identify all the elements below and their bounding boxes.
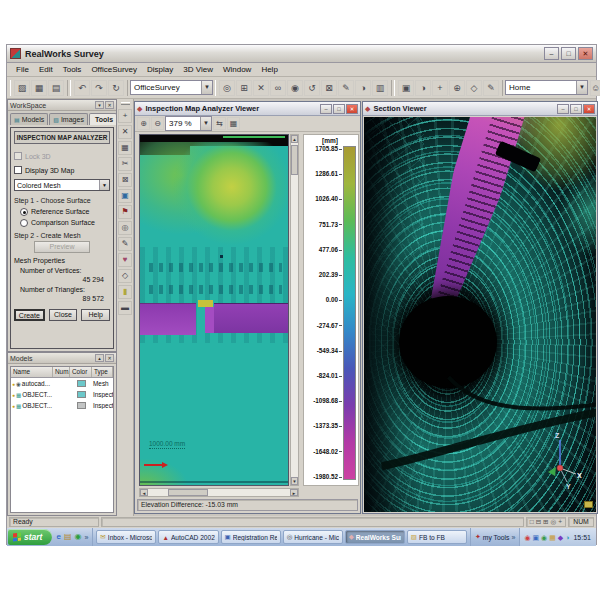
zoom-out-icon[interactable]: ⊖	[151, 117, 164, 130]
cursor-icon[interactable]: +	[558, 518, 562, 526]
balloon-icon[interactable]: ♥	[118, 253, 132, 267]
user-icon[interactable]: ☺	[590, 80, 600, 96]
table-row[interactable]: ●▦OBJECT... Inspectio...	[11, 389, 113, 400]
rotate-icon[interactable]: ↺	[304, 80, 320, 96]
minimize-button[interactable]: –	[557, 104, 569, 114]
horizontal-scrollbar[interactable]: ◄ ►	[139, 488, 299, 497]
home-combobox[interactable]: Home ▼	[505, 80, 588, 95]
scroll-down-icon[interactable]: ▼	[291, 477, 298, 485]
folder-icon[interactable]: ▤	[64, 533, 72, 541]
fit-icon[interactable]: ⊠	[321, 80, 337, 96]
maximize-button[interactable]: □	[570, 104, 582, 114]
plug-icon[interactable]: ▬	[118, 301, 132, 315]
display-tray-icon[interactable]: ◆	[558, 534, 563, 541]
menu-item[interactable]: Window	[218, 64, 256, 75]
radio-icon[interactable]	[20, 208, 28, 216]
column-header-name[interactable]: Name	[11, 367, 53, 377]
pan-view-icon[interactable]: +	[432, 80, 448, 96]
task-button[interactable]: ▣ Registration Rep...	[221, 530, 281, 544]
cut-icon[interactable]: ✂	[118, 157, 132, 171]
orbit-icon[interactable]: ◑	[415, 80, 431, 96]
prism-icon[interactable]: ◇	[118, 269, 132, 283]
scrollbar-thumb[interactable]	[168, 489, 208, 496]
sphere-icon[interactable]: ◉	[287, 80, 303, 96]
visibility-bulb-icon[interactable]: ●	[12, 392, 15, 398]
panel-caption-button[interactable]: ▾	[95, 101, 104, 109]
comparison-surface-radio-row[interactable]: Comparison Surface	[20, 217, 110, 228]
menu-item[interactable]: Help	[256, 64, 282, 75]
menu-item[interactable]: Edit	[34, 64, 58, 75]
task-button[interactable]: ▨ FB to FB	[407, 530, 467, 544]
close-panel-button[interactable]: Close	[49, 309, 78, 321]
task-button[interactable]: ◆ RealWorks Survey	[345, 530, 405, 544]
panel-caption-button[interactable]: ✕	[105, 101, 114, 109]
checkbox-icon[interactable]	[14, 152, 22, 160]
fence-icon[interactable]: ✕	[118, 125, 132, 139]
chevron-down-icon[interactable]: ▼	[200, 117, 211, 130]
player-icon[interactable]: ◉	[74, 533, 81, 541]
open-icon[interactable]: ▨	[14, 80, 30, 96]
menu-item[interactable]: File	[11, 64, 34, 75]
scroll-right-icon[interactable]: ►	[290, 489, 298, 496]
column-header-type[interactable]: Type	[92, 367, 113, 377]
target-icon[interactable]: ◎	[118, 221, 132, 235]
radio-icon[interactable]	[20, 219, 28, 227]
edit-icon[interactable]: ✎	[338, 80, 354, 96]
antivirus-tray-icon[interactable]: ◉	[524, 534, 530, 541]
cylinder-icon[interactable]: ▮	[118, 285, 132, 299]
column-header-color[interactable]: Color	[70, 367, 92, 377]
task-button[interactable]: ▲ AutoCAD 2002	[158, 530, 218, 544]
flag-icon[interactable]: ⚑	[118, 205, 132, 219]
table-row[interactable]: ●▦OBJECT... Inspectio...	[11, 400, 113, 411]
display-3d-map-checkbox-row[interactable]: Display 3D Map	[14, 164, 110, 176]
menu-item[interactable]: OfficeSurvey	[86, 64, 142, 75]
lens-icon[interactable]: ◎	[551, 518, 557, 526]
zoom-view-icon[interactable]: ⊕	[449, 80, 465, 96]
my-tools-label[interactable]: my Tools	[483, 534, 510, 541]
workspace-tab[interactable]: ▧ Images	[49, 113, 88, 125]
close-button[interactable]: ✕	[346, 104, 358, 114]
chevron-more-icon[interactable]: »	[84, 534, 88, 541]
target-icon[interactable]: ◎	[219, 80, 235, 96]
close-button[interactable]: ✕	[583, 104, 595, 114]
pane-icon[interactable]: □	[530, 518, 534, 526]
zoom-in-icon[interactable]: ⊕	[137, 117, 150, 130]
zoom-combobox[interactable]: 379 % ▼	[165, 116, 212, 131]
lock-3d-checkbox-row[interactable]: Lock 3D	[14, 150, 110, 162]
undo-icon[interactable]: ↶	[74, 80, 90, 96]
print-icon[interactable]: ▤	[48, 80, 64, 96]
close-button[interactable]: ✕	[578, 47, 593, 60]
delete-icon[interactable]: ✕	[253, 80, 269, 96]
grid-select-icon[interactable]: ▦	[118, 141, 132, 155]
workspace-tab[interactable]: ▤ Models	[10, 113, 48, 125]
power-tray-icon[interactable]: ◑	[565, 534, 569, 541]
segment-icon[interactable]: ⊠	[118, 173, 132, 187]
module-combobox[interactable]: OfficeSurvey ▼	[130, 80, 213, 95]
table-row[interactable]: ●◉autocad... Mesh	[11, 378, 113, 389]
visibility-bulb-icon[interactable]: ●	[12, 381, 15, 387]
save-icon[interactable]: ▦	[31, 80, 47, 96]
redo-icon[interactable]: ↷	[91, 80, 107, 96]
task-button[interactable]: ✉ Inbox - Microsof...	[96, 530, 156, 544]
minimize-button[interactable]: –	[544, 47, 559, 60]
minimize-button[interactable]: –	[320, 104, 332, 114]
preview-button[interactable]: Preview	[34, 241, 90, 253]
menu-item[interactable]: Display	[142, 64, 178, 75]
chevron-more-icon[interactable]: »	[511, 534, 515, 541]
scrollbar-thumb[interactable]	[291, 145, 298, 175]
menu-item[interactable]: 3D View	[178, 64, 218, 75]
merge-icon[interactable]: ∞	[270, 80, 286, 96]
panel-caption-button[interactable]: ✕	[105, 354, 114, 362]
create-button[interactable]: Create	[14, 309, 45, 321]
network-tray-icon[interactable]: ▣	[532, 534, 539, 541]
snapshot-icon[interactable]: ▣	[398, 80, 414, 96]
inspection-map-canvas[interactable]: 1000.00 mm	[139, 134, 289, 486]
browser-icon[interactable]: e	[56, 533, 60, 541]
maximize-button[interactable]: □	[333, 104, 345, 114]
workspace-tab[interactable]: Tools	[89, 113, 117, 125]
scroll-up-icon[interactable]: ▲	[291, 135, 298, 143]
column-header-num[interactable]: Num...	[53, 367, 70, 377]
chart-icon[interactable]: ▥	[372, 80, 388, 96]
maximize-button[interactable]: □	[561, 47, 576, 60]
inspect-icon[interactable]: ▣	[118, 189, 132, 203]
